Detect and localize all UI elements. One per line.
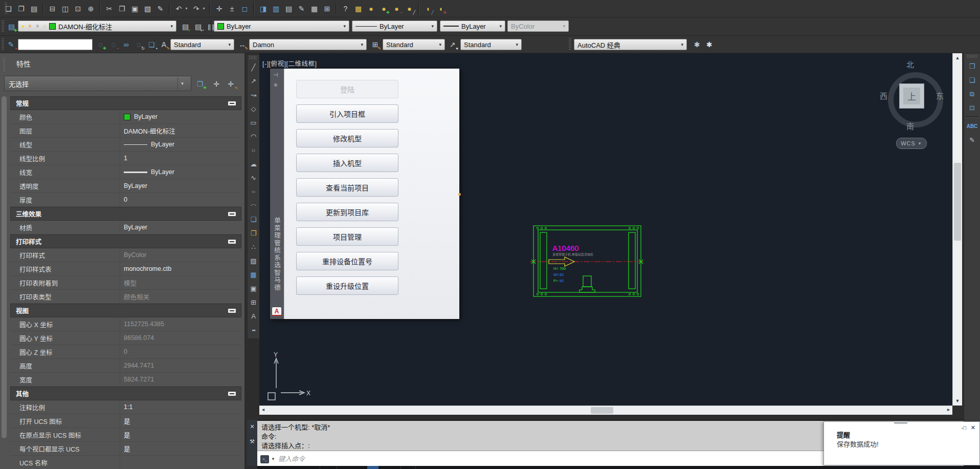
menu-button[interactable]: 重设升级位置 <box>296 276 398 295</box>
construction-line-icon[interactable]: ↗ <box>248 74 259 88</box>
color-control-combo[interactable]: ByLayer ▾ <box>214 20 349 32</box>
annotation-scale-icon[interactable]: ✎ <box>964 133 980 147</box>
close-icon[interactable]: ✕ <box>971 424 975 431</box>
toggle-pickadd-icon[interactable]: ✛ϟ <box>224 77 237 91</box>
bring-above-objects-icon[interactable]: ⧉ <box>964 87 980 101</box>
insert-block-icon[interactable]: ❏ <box>248 212 259 226</box>
match-properties-icon[interactable]: ▧ <box>142 3 153 14</box>
toolbar-grip[interactable] <box>2 38 4 51</box>
modify-attach-icon[interactable]: ✎▪ <box>5 38 17 50</box>
collapse-section-button[interactable] <box>228 212 236 216</box>
viewport-controls[interactable]: [-][俯视][二维线框] <box>262 58 317 68</box>
property-row[interactable]: 打印样式表 monochrome.ctb <box>10 262 241 276</box>
table-style-icon[interactable]: ⊞✎ <box>369 38 381 50</box>
remove-from-group-icon[interactable]: ●− <box>391 3 403 14</box>
property-row[interactable]: UCS 名称 <box>10 456 241 469</box>
group-manager-icon[interactable]: ▩ <box>352 3 364 14</box>
layer-on-bulb-icon[interactable]: ● <box>21 24 25 29</box>
chevron-down-icon[interactable]: ▾ <box>228 42 231 47</box>
arc-icon[interactable]: ◠ <box>248 130 259 143</box>
chevron-down-icon[interactable]: ▾ <box>170 24 173 29</box>
toolbar-grip[interactable] <box>967 55 977 58</box>
layer-previous-icon[interactable]: ▤↩ <box>192 20 204 32</box>
toolbar-grip[interactable] <box>250 56 257 59</box>
menu-button[interactable]: 更新到项目库 <box>296 203 398 221</box>
layer-color-swatch[interactable] <box>49 23 56 30</box>
property-row[interactable]: 宽度 5824.7271 <box>10 373 241 387</box>
toolbar-grip[interactable] <box>5 3 7 15</box>
zoom-window-icon[interactable]: ◻ <box>239 3 251 14</box>
markup-set-manager-icon[interactable]: ✎ <box>296 3 307 14</box>
property-row[interactable]: 圆心 Y 坐标 86586.074 <box>10 331 241 345</box>
layer-thaw-sun-icon[interactable]: ☀ <box>28 24 33 29</box>
taskbar-active-app[interactable] <box>367 466 378 469</box>
quick-input[interactable] <box>18 39 93 50</box>
line-icon[interactable]: ╱ <box>248 60 259 74</box>
text-to-front-icon[interactable]: ABC <box>964 119 980 133</box>
panel-scrollbar[interactable] <box>2 96 7 438</box>
publish-icon[interactable]: ⊕ <box>85 3 97 14</box>
menu-button[interactable]: 修改机型 <box>296 129 398 147</box>
design-center-icon[interactable]: ▥ <box>270 3 282 14</box>
add-to-group-icon[interactable]: ●✚ <box>378 3 390 14</box>
modify-icon[interactable]: ✎ <box>154 3 166 14</box>
region-icon[interactable]: ▣ <box>248 282 259 295</box>
property-row[interactable]: 打印样式 ByColor <box>10 248 241 262</box>
replace-object-icon[interactable]: ◌↻ <box>133 38 145 50</box>
collapse-section-button[interactable] <box>228 392 236 396</box>
palette-properties-icon[interactable]: ✳ <box>273 82 278 89</box>
table-icon[interactable]: ⊞ <box>248 295 259 309</box>
multileader-style-combo[interactable]: Standard ▾ <box>460 39 522 50</box>
collapse-section-button[interactable] <box>228 240 236 244</box>
print-icon[interactable]: ⊟ <box>47 3 58 14</box>
wcs-menu-button[interactable]: WCS▼ <box>896 138 927 149</box>
sheet-set-manager-icon[interactable]: ▤ <box>283 3 295 14</box>
property-row[interactable]: 圆心 X 坐标 1152725.4385 <box>10 317 241 331</box>
chevron-down-icon[interactable]: ▼ <box>271 457 275 461</box>
toolbar-separator[interactable] <box>418 3 419 14</box>
menu-button[interactable]: 重排设备位置号 <box>296 252 398 270</box>
layer-select-combo[interactable]: ● ☀ ☀ ∩ DAMON-细化标注 ▾ <box>18 20 176 32</box>
mtext-icon[interactable]: A <box>248 309 259 323</box>
compass-west-label[interactable]: 西 <box>880 90 887 101</box>
chevron-down-icon[interactable]: ▾ <box>516 42 518 47</box>
toolbar-separator[interactable] <box>42 3 44 14</box>
link-objects-icon[interactable]: ∞ <box>120 38 132 50</box>
property-row[interactable]: 打印表类型 颜色相关 <box>10 290 241 304</box>
workspace-settings-gear-icon[interactable]: ✱ <box>691 38 703 50</box>
menu-button[interactable]: 插入机型 <box>296 154 398 172</box>
property-row[interactable]: 材质 ByLayer <box>10 221 241 234</box>
send-under-objects-icon[interactable]: ⊡ <box>964 101 980 115</box>
property-row[interactable]: 打印样式 <box>10 234 241 248</box>
property-row[interactable]: 其他 <box>10 387 241 400</box>
property-row[interactable]: 视图 <box>10 304 241 317</box>
wrench-icon[interactable]: ⚒ <box>250 439 255 444</box>
linetype-control-combo[interactable]: ByLayer ▾ <box>352 20 437 32</box>
ellipse-arc-icon[interactable]: ◠ <box>248 199 259 212</box>
undo-dropdown-icon[interactable]: ▾ <box>184 3 189 14</box>
compass-south-label[interactable]: 南 <box>906 120 914 131</box>
undo-icon[interactable]: ↶ <box>173 3 185 14</box>
vertical-scrollbar[interactable]: ▲ ▼ <box>952 53 962 406</box>
help-icon[interactable]: ? <box>340 3 351 14</box>
property-row[interactable]: 高度 2944.7471 <box>10 359 241 373</box>
pan-icon[interactable]: ✛ <box>213 3 225 14</box>
rectangle-icon[interactable]: ▭ <box>248 116 259 130</box>
horizontal-scrollbar[interactable]: ◂ ▸ <box>259 406 952 415</box>
properties-palette-icon[interactable]: ◨ <box>257 3 269 14</box>
add-object-icon[interactable]: ◌✚ <box>95 38 106 50</box>
workspace-combo[interactable]: AutoCAD 经典 ▾ <box>574 39 687 50</box>
menu-button[interactable]: 引入项目框 <box>296 104 398 123</box>
property-row[interactable]: 打开 UCS 图标 是 <box>10 414 241 428</box>
dimension-style-combo[interactable]: Damon ▾ <box>249 39 367 50</box>
compass-north-label[interactable]: 北 <box>906 59 914 70</box>
layer-properties-manager-icon[interactable]: ▤✚ <box>6 20 17 32</box>
toolbar-separator[interactable] <box>99 3 101 14</box>
gradient-icon[interactable]: ▦ <box>248 268 259 282</box>
scroll-up-arrow[interactable]: ▲ <box>953 55 962 60</box>
dimension-style-icon[interactable]: ↔✎ <box>236 38 248 50</box>
property-row[interactable]: 三维效果 <box>10 207 241 221</box>
scroll-right-arrow[interactable]: ▸ <box>947 407 950 412</box>
bring-to-front-icon[interactable]: ❐ <box>964 59 980 73</box>
copy-icon[interactable]: ❐ <box>116 3 128 14</box>
